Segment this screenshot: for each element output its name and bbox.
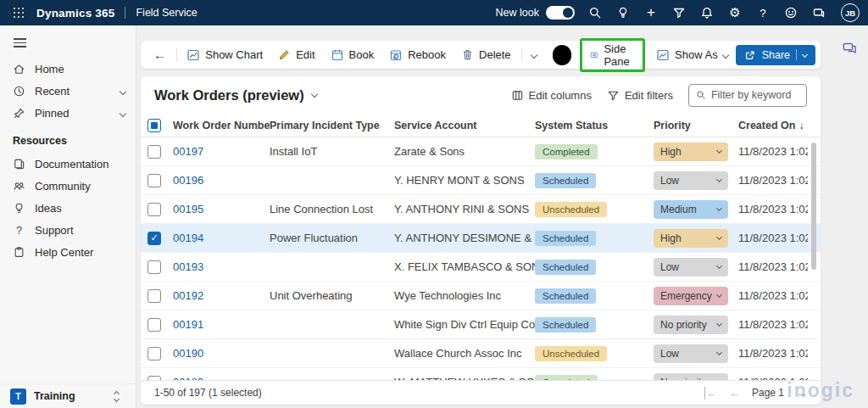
priority-dropdown[interactable]: Low <box>654 258 728 277</box>
hamburger-menu-icon[interactable] <box>0 25 136 59</box>
smiley-feedback-icon[interactable] <box>783 5 798 20</box>
show-chart-button[interactable]: Show Chart <box>179 44 270 66</box>
row-checkbox[interactable] <box>147 318 161 332</box>
edit-button[interactable]: Edit <box>270 44 322 66</box>
share-button[interactable]: Share <box>736 45 815 65</box>
side-pane-button[interactable]: Side Pane <box>580 38 645 72</box>
keyword-filter-input[interactable] <box>711 89 799 101</box>
brand-logo[interactable]: Dynamics 365 <box>36 7 114 20</box>
back-button[interactable]: ← <box>146 44 174 66</box>
service-account[interactable]: Wallace Church Assoc Inc <box>394 347 535 360</box>
environment-switcher[interactable]: T Training <box>0 383 136 408</box>
sidebar-item-help-center[interactable]: Help Center <box>0 242 136 264</box>
help-icon[interactable]: ? <box>755 5 771 20</box>
service-account[interactable]: Wye Technologies Inc <box>394 289 535 302</box>
redacted-button[interactable] <box>553 45 571 65</box>
edit-columns-button[interactable]: Edit columns <box>511 89 592 102</box>
first-page-button[interactable]: ← <box>704 387 717 400</box>
priority-dropdown[interactable]: Medium <box>654 200 728 219</box>
overflow-chevron-button[interactable] <box>524 44 544 66</box>
account-avatar[interactable]: JB <box>841 3 860 22</box>
chevron-down-icon[interactable] <box>120 88 126 95</box>
rebook-button[interactable]: Rebook <box>381 44 453 66</box>
table-row[interactable]: 00197Install IoTZarate & SonsCompletedHi… <box>141 137 821 166</box>
column-header-created-on[interactable]: Created On↓ <box>738 120 808 131</box>
copilot-chat-icon[interactable] <box>842 41 858 60</box>
chat-icon[interactable] <box>811 5 826 20</box>
sidebar-item-community[interactable]: Community <box>0 176 136 198</box>
toggle-switch-icon[interactable] <box>546 6 575 20</box>
row-checkbox[interactable] <box>147 289 161 303</box>
sidebar-item-pinned[interactable]: Pinned <box>0 103 136 125</box>
column-header-primary-incident-type[interactable]: Primary Incident Type <box>270 120 394 131</box>
sidebar-item-ideas[interactable]: Ideas <box>0 198 136 220</box>
row-checkbox[interactable] <box>147 203 161 216</box>
priority-dropdown[interactable]: Emergency <box>654 287 728 305</box>
service-account[interactable]: Y. HENRY MONT & SONS <box>394 174 535 187</box>
notifications-icon[interactable] <box>699 5 715 20</box>
chevron-down-icon[interactable] <box>120 110 126 117</box>
filter-icon[interactable] <box>671 5 687 20</box>
service-account[interactable]: White Sign Div Ctrl Equip Co <box>394 318 535 331</box>
table-row[interactable]: ✓00194Power FluctuationY. ANTHONY DESIMO… <box>141 224 821 253</box>
service-account[interactable]: Zarate & Sons <box>394 145 535 158</box>
delete-button[interactable]: Delete <box>453 44 519 66</box>
table-row[interactable]: 00195Line Connection LostY. ANTHONY RINI… <box>141 195 821 224</box>
column-header-service-account[interactable]: Service Account <box>394 120 535 131</box>
work-order-number-link[interactable]: 00194 <box>173 232 270 244</box>
edit-filters-button[interactable]: Edit filters <box>607 89 673 102</box>
view-selector[interactable]: Work Orders (preview) <box>154 87 317 103</box>
next-page-button[interactable]: → <box>796 387 807 400</box>
priority-dropdown[interactable]: No priority <box>654 316 728 334</box>
chevron-down-icon[interactable] <box>802 52 808 58</box>
keyword-filter-box[interactable] <box>688 84 807 107</box>
row-checkbox[interactable]: ✓ <box>147 232 161 245</box>
priority-dropdown[interactable]: High <box>654 143 728 161</box>
service-account[interactable]: Y. ANTHONY DESIMONE & SONS <box>394 232 535 244</box>
service-account[interactable]: X. FELIX TAMBASCO & SONS <box>394 260 535 273</box>
app-launcher-icon[interactable] <box>14 8 25 19</box>
app-name[interactable]: Field Service <box>136 7 197 19</box>
table-row[interactable]: 00192Unit OverheatingWye Technologies In… <box>141 282 821 310</box>
work-order-number-link[interactable]: 00190 <box>173 347 270 360</box>
new-look-toggle[interactable]: New look <box>496 6 575 20</box>
show-as-button[interactable]: Show As <box>648 44 736 66</box>
table-row[interactable]: 00196Y. HENRY MONT & SONSScheduledLow11/… <box>141 166 821 195</box>
table-row[interactable]: 00189W. MATTHEW HYKES & SONSCompletedNo … <box>141 368 821 380</box>
sidebar-item-documentation[interactable]: Documentation <box>0 154 136 176</box>
work-order-number-link[interactable]: 00197 <box>173 145 270 158</box>
row-checkbox[interactable] <box>147 347 161 360</box>
settings-gear-icon[interactable]: ⚙ <box>727 5 743 20</box>
previous-page-button[interactable]: ← <box>729 387 740 400</box>
table-row[interactable]: 00191White Sign Div Ctrl Equip CoSchedul… <box>141 310 821 339</box>
priority-dropdown[interactable]: Low <box>654 171 728 190</box>
table-row[interactable]: 00193X. FELIX TAMBASCO & SONSScheduledLo… <box>141 253 821 282</box>
select-all-checkbox[interactable] <box>147 119 161 132</box>
vertical-scrollbar[interactable] <box>811 143 816 270</box>
sidebar-item-home[interactable]: Home <box>0 59 136 81</box>
chevron-down-icon <box>716 176 722 182</box>
priority-dropdown[interactable]: No priority <box>654 373 728 381</box>
work-order-number-link[interactable]: 00195 <box>173 203 270 215</box>
book-button[interactable]: Book <box>323 44 382 66</box>
priority-dropdown[interactable]: Low <box>654 344 728 363</box>
search-icon[interactable] <box>587 5 603 20</box>
column-header-priority[interactable]: Priority <box>654 120 738 131</box>
priority-dropdown[interactable]: High <box>654 229 728 248</box>
row-checkbox[interactable] <box>147 174 161 187</box>
table-row[interactable]: 00190Wallace Church Assoc IncUnscheduled… <box>141 339 821 368</box>
work-order-number-link[interactable]: 00193 <box>173 260 270 273</box>
add-icon[interactable]: + <box>643 5 659 20</box>
work-order-number-link[interactable]: 00196 <box>173 174 270 187</box>
row-checkbox[interactable] <box>147 145 161 159</box>
lightbulb-icon[interactable] <box>615 5 631 20</box>
column-header-system-status[interactable]: System Status <box>535 120 654 131</box>
sidebar-item-recent[interactable]: Recent <box>0 81 136 103</box>
page-label: Page 1 <box>752 387 784 399</box>
work-order-number-link[interactable]: 00192 <box>173 289 270 302</box>
column-header-work-order-number[interactable]: Work Order Number <box>173 120 270 131</box>
service-account[interactable]: Y. ANTHONY RINI & SONS <box>394 203 535 215</box>
sidebar-item-support[interactable]: ? Support <box>0 220 136 242</box>
row-checkbox[interactable] <box>147 260 161 274</box>
work-order-number-link[interactable]: 00191 <box>173 318 270 331</box>
